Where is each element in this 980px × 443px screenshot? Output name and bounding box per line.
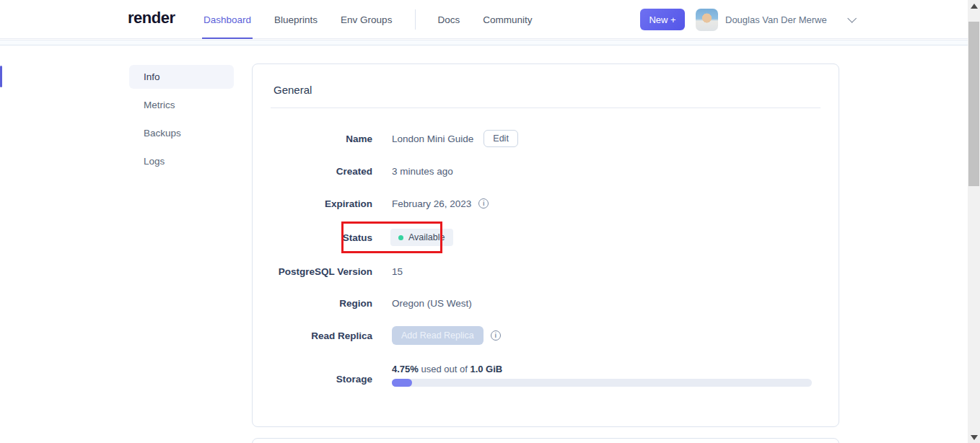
- render-logo[interactable]: render: [128, 9, 175, 27]
- storage-progress-bar: [392, 379, 812, 387]
- scrollbar-down-arrow-icon[interactable]: [971, 435, 978, 440]
- region-value: Oregon (US West): [392, 298, 472, 309]
- scrollbar-up-arrow-icon[interactable]: [971, 4, 978, 9]
- row-pg-version: PostgreSQL Version 15: [253, 263, 839, 280]
- pg-version-value: 15: [392, 266, 403, 277]
- created-label: Created: [253, 166, 372, 177]
- expiration-value: February 26, 2023: [392, 198, 471, 209]
- region-label: Region: [253, 298, 372, 309]
- sidebar-item-metrics[interactable]: Metrics: [129, 93, 234, 117]
- chevron-down-icon[interactable]: [847, 14, 857, 23]
- name-label: Name: [253, 133, 372, 144]
- nav-divider: [415, 9, 416, 30]
- nav-link-blueprints[interactable]: Blueprints: [274, 0, 318, 39]
- sidebar-item-logs[interactable]: Logs: [129, 149, 234, 173]
- storage-label: Storage: [253, 374, 372, 385]
- content-top-strip: [0, 40, 968, 45]
- add-read-replica-button: Add Read Replica: [392, 326, 484, 345]
- nav-link-community[interactable]: Community: [483, 0, 532, 39]
- row-created: Created 3 minutes ago: [253, 162, 839, 180]
- sidebar-active-accent: [0, 66, 2, 87]
- status-dot-icon: [398, 235, 403, 240]
- nav-link-env-groups[interactable]: Env Groups: [341, 0, 392, 39]
- nav-link-docs[interactable]: Docs: [437, 0, 460, 39]
- vertical-scrollbar[interactable]: [968, 0, 980, 443]
- general-card: General Name London Mini Guide Edit Crea…: [252, 63, 839, 427]
- row-status: Status Available: [253, 229, 839, 246]
- row-expiration: Expiration February 26, 2023 i: [253, 195, 839, 212]
- name-value: London Mini Guide: [392, 133, 473, 144]
- created-value: 3 minutes ago: [392, 166, 453, 177]
- read-replica-label: Read Replica: [253, 330, 372, 341]
- expiration-info-icon[interactable]: i: [478, 198, 489, 209]
- card-title-divider: [271, 108, 821, 108]
- row-name: Name London Mini Guide Edit: [253, 130, 839, 147]
- nav-link-dashboard[interactable]: Dashboard: [204, 0, 251, 39]
- new-button[interactable]: New +: [640, 9, 685, 30]
- status-badge-label: Available: [408, 232, 445, 242]
- storage-total: 1.0 GiB: [470, 364, 502, 374]
- edit-name-button[interactable]: Edit: [484, 130, 518, 147]
- status-badge: Available: [390, 229, 453, 246]
- sidebar-item-backups[interactable]: Backups: [129, 121, 234, 145]
- storage-progress-fill: [392, 379, 412, 387]
- storage-middle-text: used out of: [419, 364, 471, 374]
- sidebar-item-info[interactable]: Info: [129, 65, 234, 89]
- storage-usage-text: 4.75% used out of 1.0 GiB: [392, 364, 502, 374]
- avatar[interactable]: [696, 9, 718, 31]
- nav-right: New + Douglas Van Der Merwe: [640, 0, 854, 39]
- sidebar: Info Metrics Backups Logs: [129, 65, 234, 177]
- read-replica-info-icon[interactable]: i: [491, 330, 501, 341]
- next-card-top-edge: [252, 438, 839, 443]
- user-name: Douglas Van Der Merwe: [725, 14, 827, 25]
- status-label: Status: [253, 232, 372, 243]
- card-title: General: [274, 84, 312, 96]
- scrollbar-thumb[interactable]: [968, 22, 979, 186]
- pg-version-label: PostgreSQL Version: [253, 266, 372, 277]
- storage-used-pct: 4.75%: [392, 364, 419, 374]
- top-nav: render Dashboard Blueprints Env Groups D…: [0, 0, 968, 39]
- row-region: Region Oregon (US West): [253, 294, 839, 312]
- expiration-label: Expiration: [253, 198, 372, 209]
- nav-links: Dashboard Blueprints Env Groups Docs Com…: [204, 0, 555, 39]
- row-read-replica: Read Replica Add Read Replica i: [253, 327, 839, 344]
